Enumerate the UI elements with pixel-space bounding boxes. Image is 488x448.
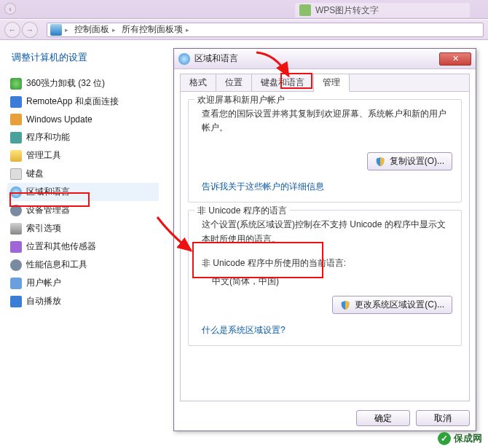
item-remoteapp[interactable]: RemoteApp 和桌面连接 — [7, 93, 159, 111]
current-language-value: 中文(简体，中国) — [212, 275, 452, 288]
nav-buttons: ← → — [0, 22, 42, 38]
item-keyboard[interactable]: 键盘 — [7, 165, 159, 183]
address-bar: ← → ▸ 控制面板▸ 所有控制面板项▸ — [0, 20, 488, 40]
page-title: 调整计算机的设置 — [7, 51, 159, 64]
ok-button[interactable]: 确定 — [356, 410, 410, 426]
item-admin-tools[interactable]: 管理工具 — [7, 146, 159, 165]
browser-top-chrome: ‹ WPS图片转文字 — [0, 0, 488, 19]
tab-keyboard-language[interactable]: 键盘和语言 — [252, 74, 314, 91]
item-label: 用户帐户 — [26, 277, 61, 289]
item-performance[interactable]: 性能信息和工具 — [7, 256, 159, 274]
item-label: 程序和功能 — [26, 131, 70, 144]
dialog-title: 区域和语言 — [194, 52, 435, 65]
item-label: 设备管理器 — [26, 204, 70, 216]
item-sensors[interactable]: 位置和其他传感器 — [7, 237, 159, 256]
link-account-details[interactable]: 告诉我关于这些帐户的详细信息 — [202, 181, 324, 193]
shield-icon — [340, 300, 350, 310]
kbd-icon — [10, 168, 22, 180]
current-language-label: 非 Unicode 程序中所使用的当前语言: — [202, 256, 452, 270]
tab-location[interactable]: 位置 — [216, 74, 252, 91]
close-icon: ✕ — [452, 54, 459, 63]
nav-back-button[interactable]: ← — [4, 22, 20, 38]
item-label: 管理工具 — [26, 149, 61, 162]
button-label: 更改系统区域设置(C)... — [355, 299, 444, 311]
item-label: 位置和其他传感器 — [26, 240, 96, 253]
breadcrumb[interactable]: ▸ 控制面板▸ 所有控制面板项▸ — [47, 23, 484, 37]
image-icon — [299, 4, 311, 16]
chevron-right-icon: ▸ — [65, 26, 68, 34]
item-autoplay[interactable]: 自动播放 — [7, 292, 159, 310]
tab-admin[interactable]: 管理 — [314, 74, 350, 92]
disk-icon — [10, 223, 22, 235]
dialog-tabs: 格式位置键盘和语言管理 — [181, 74, 469, 92]
user-icon — [10, 278, 22, 289]
blue-icon — [10, 96, 22, 108]
green-icon — [10, 78, 22, 90]
group-title: 欢迎屏幕和新用户帐户 — [194, 94, 288, 106]
watermark-text: 保成网 — [454, 432, 482, 445]
chevron-right-icon: ▸ — [112, 26, 116, 34]
control-panel-left: 调整计算机的设置 360强力卸载 (32 位)RemoteApp 和桌面连接Wi… — [0, 41, 160, 448]
change-system-locale-button[interactable]: 更改系统区域设置(C)... — [332, 296, 452, 314]
item-label: 360强力卸载 (32 位) — [26, 77, 105, 90]
dialog-titlebar: 区域和语言 ✕ — [174, 49, 476, 69]
control-panel-item-list: 360强力卸载 (32 位)RemoteApp 和桌面连接Windows Upd… — [7, 74, 159, 310]
group-welcome-accounts: 欢迎屏幕和新用户帐户 查看您的国际设置并将其复制到欢迎屏幕、系统帐户和新的用户帐… — [188, 99, 462, 203]
browser-tab[interactable]: WPS图片转文字 — [295, 3, 470, 17]
breadcrumb-seg-2[interactable]: 所有控制面板项 — [122, 23, 183, 36]
item-windows-update[interactable]: Windows Update — [7, 111, 159, 128]
item-label: 自动播放 — [26, 295, 61, 307]
control-panel-icon — [50, 24, 62, 36]
item-label: RemoteApp 和桌面连接 — [26, 95, 119, 108]
dialog-footer: 确定 取消 — [180, 410, 470, 426]
globe-icon — [10, 186, 22, 198]
cancel-button[interactable]: 取消 — [416, 410, 470, 426]
globe-icon — [178, 53, 190, 65]
item-label: Windows Update — [26, 114, 93, 125]
item-device-manager[interactable]: 设备管理器 — [7, 201, 159, 219]
button-label: 复制设置(O)... — [390, 155, 444, 168]
group-description: 查看您的国际设置并将其复制到欢迎屏幕、系统帐户和新的用户帐户。 — [202, 107, 452, 135]
link-what-is-locale[interactable]: 什么是系统区域设置? — [202, 324, 286, 337]
item-label: 键盘 — [26, 168, 44, 180]
item-programs[interactable]: 程序和功能 — [7, 128, 159, 146]
region-language-dialog: 区域和语言 ✕ 格式位置键盘和语言管理 欢迎屏幕和新用户帐户 查看您的国际设置并… — [173, 48, 476, 431]
teal-icon — [10, 132, 22, 144]
group-description: 这个设置(系统区域设置)控制在不支持 Unicode 的程序中显示文本时所使用的… — [202, 218, 452, 245]
tab-format[interactable]: 格式 — [181, 74, 216, 91]
group-title: 非 Unicode 程序的语言 — [194, 205, 290, 217]
orange-icon — [10, 114, 22, 125]
item-user-accounts[interactable]: 用户帐户 — [7, 274, 159, 292]
browser-back-small[interactable]: ‹ — [4, 3, 16, 15]
browser-tab-label: WPS图片转文字 — [315, 4, 379, 17]
item-360-uninstall[interactable]: 360强力卸载 (32 位) — [7, 74, 159, 93]
close-button[interactable]: ✕ — [439, 52, 471, 66]
folder-icon — [10, 150, 22, 162]
gear-icon — [10, 205, 22, 216]
group-non-unicode: 非 Unicode 程序的语言 这个设置(系统区域设置)控制在不支持 Unico… — [188, 210, 462, 346]
item-index-options[interactable]: 索引选项 — [7, 219, 159, 237]
item-label: 性能信息和工具 — [26, 259, 87, 271]
chevron-right-icon: ▸ — [186, 26, 189, 34]
item-label: 区域和语言 — [26, 186, 70, 198]
check-icon: ✓ — [438, 432, 451, 445]
copy-settings-button[interactable]: 复制设置(O)... — [367, 152, 452, 170]
gear-icon — [10, 259, 22, 271]
item-label: 索引选项 — [26, 222, 61, 235]
nav-forward-button[interactable]: → — [22, 22, 38, 38]
watermark: ✓ 保成网 — [438, 432, 482, 445]
item-region-language[interactable]: 区域和语言 — [7, 183, 159, 201]
breadcrumb-seg-1[interactable]: 控制面板 — [74, 23, 109, 36]
sensor-icon — [10, 241, 22, 253]
play-icon — [10, 296, 22, 307]
dialog-content: 格式位置键盘和语言管理 欢迎屏幕和新用户帐户 查看您的国际设置并将其复制到欢迎屏… — [180, 74, 470, 401]
shield-icon — [375, 157, 385, 167]
